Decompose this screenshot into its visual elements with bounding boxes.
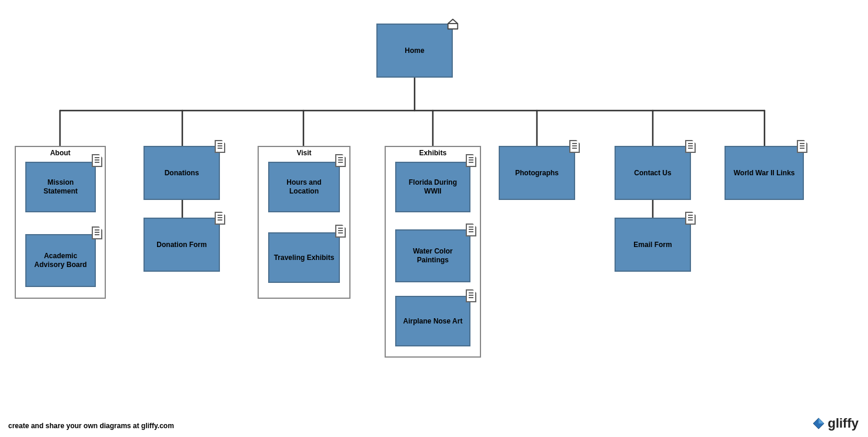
node-watercolor-paintings[interactable]: Water Color Paintings bbox=[395, 229, 470, 282]
document-icon bbox=[569, 140, 580, 153]
node-label: Academic Advisory Board bbox=[30, 252, 91, 269]
node-label: Water Color Paintings bbox=[400, 247, 466, 265]
node-label: Mission Statement bbox=[30, 178, 91, 196]
node-label: Florida During WWII bbox=[400, 178, 466, 196]
node-traveling-exhibits[interactable]: Traveling Exhibits bbox=[268, 232, 340, 283]
node-label: Traveling Exhibits bbox=[274, 253, 335, 262]
brand-icon bbox=[812, 417, 825, 430]
footer-tagline: create and share your own diagrams at gl… bbox=[8, 422, 174, 430]
node-label: Email Form bbox=[633, 241, 672, 249]
node-label: Donation Form bbox=[156, 241, 206, 249]
node-label: Donations bbox=[165, 169, 199, 178]
document-icon bbox=[466, 154, 476, 167]
document-icon bbox=[215, 212, 225, 225]
document-icon bbox=[466, 223, 476, 236]
node-photographs[interactable]: Photographs bbox=[499, 146, 575, 200]
node-label: Contact Us bbox=[634, 169, 671, 178]
node-hours-location[interactable]: Hours and Location bbox=[268, 162, 340, 212]
node-contact-us[interactable]: Contact Us bbox=[615, 146, 691, 200]
node-mission-statement[interactable]: Mission Statement bbox=[25, 162, 96, 212]
document-icon bbox=[685, 212, 696, 225]
document-icon bbox=[92, 154, 102, 167]
node-label: Photographs bbox=[515, 169, 559, 178]
brand-text: gliffy bbox=[827, 416, 859, 431]
node-donations[interactable]: Donations bbox=[143, 146, 220, 200]
node-label: Hours and Location bbox=[273, 178, 335, 196]
node-email-form[interactable]: Email Form bbox=[615, 218, 691, 272]
node-donation-form[interactable]: Donation Form bbox=[143, 218, 220, 272]
brand-logo[interactable]: gliffy bbox=[812, 416, 859, 431]
document-icon bbox=[466, 289, 476, 302]
node-label: Home bbox=[405, 46, 424, 55]
document-icon bbox=[335, 225, 346, 238]
home-icon bbox=[446, 18, 459, 31]
document-icon bbox=[92, 226, 102, 239]
node-florida-wwii[interactable]: Florida During WWII bbox=[395, 162, 470, 212]
node-label: World War II Links bbox=[733, 169, 794, 178]
node-airplane-nose-art[interactable]: Airplane Nose Art bbox=[395, 296, 470, 346]
node-academic-advisory-board[interactable]: Academic Advisory Board bbox=[25, 234, 96, 287]
node-label: Airplane Nose Art bbox=[403, 317, 463, 326]
node-wwii-links[interactable]: World War II Links bbox=[725, 146, 804, 200]
document-icon bbox=[797, 140, 807, 153]
document-icon bbox=[215, 140, 225, 153]
node-home[interactable]: Home bbox=[376, 24, 453, 78]
document-icon bbox=[685, 140, 696, 153]
document-icon bbox=[335, 154, 346, 167]
diagram-canvas: Home About Mission Statement Academic Ad… bbox=[0, 0, 868, 437]
